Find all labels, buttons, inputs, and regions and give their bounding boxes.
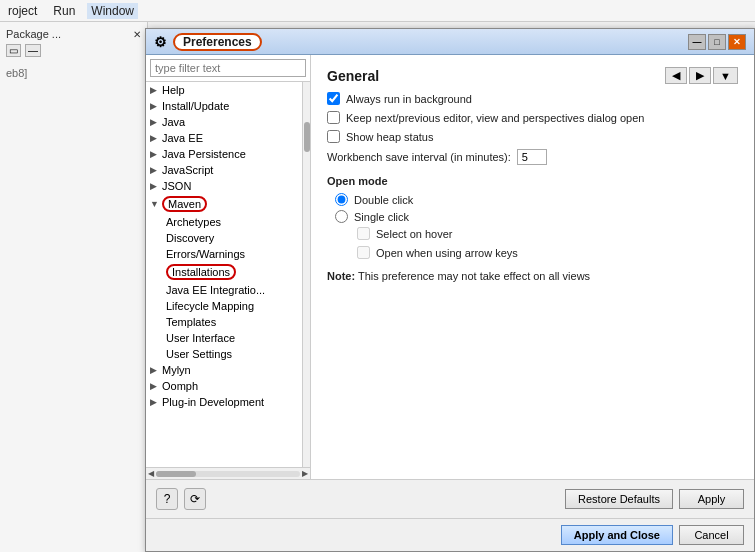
always-run-label: Always run in background bbox=[346, 93, 472, 105]
bottom-icons: ? ⟳ bbox=[156, 488, 206, 510]
menu-window[interactable]: Window bbox=[87, 3, 138, 19]
left-area-text: eb8] bbox=[2, 63, 145, 83]
hscroll-track bbox=[156, 471, 300, 477]
dialog-bottom: ? ⟳ Restore Defaults Apply bbox=[146, 479, 754, 518]
workbench-interval-input[interactable] bbox=[517, 149, 547, 165]
preferences-dialog: ⚙ Preferences — □ ✕ ▶ Help ▶ Install/ bbox=[145, 28, 755, 552]
select-hover-checkbox[interactable] bbox=[357, 227, 370, 240]
collapse-icon: ▭ bbox=[6, 44, 21, 57]
dialog-body: ▶ Help ▶ Install/Update ▶ Java ▶ Java EE… bbox=[146, 55, 754, 479]
arrow-icon: ▶ bbox=[150, 85, 160, 95]
arrow-icon: ▶ bbox=[150, 365, 160, 375]
arrow-icon: ▶ bbox=[150, 149, 160, 159]
tree-item-templates[interactable]: Templates bbox=[146, 314, 310, 330]
checkbox-select-hover: Select on hover bbox=[357, 227, 738, 240]
radio-double-click: Double click bbox=[327, 193, 738, 206]
nav-menu-button[interactable]: ▼ bbox=[713, 67, 738, 84]
package-header: Package ... ✕ bbox=[2, 26, 145, 42]
scrollbar-thumb bbox=[304, 122, 310, 152]
tree-item-maven[interactable]: ▼ Maven bbox=[146, 194, 310, 214]
tree-item-install[interactable]: ▶ Install/Update bbox=[146, 98, 310, 114]
tree-item-javaee[interactable]: ▶ Java EE bbox=[146, 130, 310, 146]
menu-run[interactable]: Run bbox=[49, 3, 79, 19]
minimize-icon: — bbox=[25, 44, 41, 57]
restore-defaults-button[interactable]: Restore Defaults bbox=[565, 489, 673, 509]
hscroll-right[interactable]: ▶ bbox=[302, 469, 308, 478]
content-title: General bbox=[327, 68, 379, 84]
back-button[interactable]: ◀ bbox=[665, 67, 687, 84]
show-heap-label: Show heap status bbox=[346, 131, 433, 143]
tree-filter-input[interactable] bbox=[150, 59, 306, 77]
arrow-icon: ▶ bbox=[150, 101, 160, 111]
arrow-icon: ▶ bbox=[150, 133, 160, 143]
tree-item-javascript[interactable]: ▶ JavaScript bbox=[146, 162, 310, 178]
note-content: This preference may not take effect on a… bbox=[358, 270, 590, 282]
tree-item-java[interactable]: ▶ Java bbox=[146, 114, 310, 130]
tree-item-javaee-integration[interactable]: Java EE Integratio... bbox=[146, 282, 310, 298]
single-click-radio[interactable] bbox=[335, 210, 348, 223]
bottom-actions: Restore Defaults Apply bbox=[565, 489, 744, 509]
checkbox-show-heap: Show heap status bbox=[327, 130, 738, 143]
checkbox-keep-editor: Keep next/previous editor, view and pers… bbox=[327, 111, 738, 124]
tree-scrollbar[interactable] bbox=[302, 82, 310, 467]
single-click-label: Single click bbox=[354, 211, 409, 223]
tree-item-errors[interactable]: Errors/Warnings bbox=[146, 246, 310, 262]
tree-item-installations[interactable]: Installations bbox=[146, 262, 310, 282]
double-click-radio[interactable] bbox=[335, 193, 348, 206]
close-button[interactable]: ✕ bbox=[728, 34, 746, 50]
keep-editor-label: Keep next/previous editor, view and pers… bbox=[346, 112, 644, 124]
tree-item-plugin[interactable]: ▶ Plug-in Development bbox=[146, 394, 310, 410]
tree-item-javapersistence[interactable]: ▶ Java Persistence bbox=[146, 146, 310, 162]
hscroll-thumb bbox=[156, 471, 196, 477]
tree-filter-area bbox=[146, 55, 310, 82]
workbench-interval-row: Workbench save interval (in minutes): bbox=[327, 149, 738, 165]
menu-project[interactable]: roject bbox=[4, 3, 41, 19]
tree-item-archetypes[interactable]: Archetypes bbox=[146, 214, 310, 230]
radio-single-click: Single click bbox=[327, 210, 738, 223]
note-text: Note: This preference may not take effec… bbox=[327, 269, 738, 284]
open-arrow-checkbox[interactable] bbox=[357, 246, 370, 259]
arrow-icon: ▼ bbox=[150, 199, 160, 209]
arrow-icon: ▶ bbox=[150, 165, 160, 175]
cancel-button[interactable]: Cancel bbox=[679, 525, 744, 545]
title-controls: — □ ✕ bbox=[688, 34, 746, 50]
arrow-icon: ▶ bbox=[150, 117, 160, 127]
open-arrow-label: Open when using arrow keys bbox=[376, 247, 518, 259]
always-run-checkbox[interactable] bbox=[327, 92, 340, 105]
maximize-button[interactable]: □ bbox=[708, 34, 726, 50]
hscroll-left[interactable]: ◀ bbox=[148, 469, 154, 478]
arrow-icon: ▶ bbox=[150, 381, 160, 391]
tree-item-oomph[interactable]: ▶ Oomph bbox=[146, 378, 310, 394]
preferences-icon: ⚙ bbox=[154, 34, 167, 50]
tree-item-user-settings[interactable]: User Settings bbox=[146, 346, 310, 362]
tree-content: ▶ Help ▶ Install/Update ▶ Java ▶ Java EE… bbox=[146, 82, 310, 467]
tree-item-mylyn[interactable]: ▶ Mylyn bbox=[146, 362, 310, 378]
minimize-button[interactable]: — bbox=[688, 34, 706, 50]
arrow-icon: ▶ bbox=[150, 397, 160, 407]
help-button[interactable]: ? bbox=[156, 488, 178, 510]
tree-item-lifecycle[interactable]: Lifecycle Mapping bbox=[146, 298, 310, 314]
forward-button[interactable]: ▶ bbox=[689, 67, 711, 84]
keep-editor-checkbox[interactable] bbox=[327, 111, 340, 124]
checkbox-always-run: Always run in background bbox=[327, 92, 738, 105]
dialog-title-text: Preferences bbox=[173, 33, 262, 51]
workbench-label: Workbench save interval (in minutes): bbox=[327, 151, 511, 163]
note-bold: Note: bbox=[327, 270, 355, 282]
checkbox-open-arrow: Open when using arrow keys bbox=[357, 246, 738, 259]
tree-item-help[interactable]: ▶ Help bbox=[146, 82, 310, 98]
content-panel: General ◀ ▶ ▼ Always run in background K… bbox=[311, 55, 754, 479]
tree-hscroll[interactable]: ◀ ▶ bbox=[146, 467, 310, 479]
select-hover-label: Select on hover bbox=[376, 228, 452, 240]
tree-item-user-interface[interactable]: User Interface bbox=[146, 330, 310, 346]
show-heap-checkbox[interactable] bbox=[327, 130, 340, 143]
preferences-link-button[interactable]: ⟳ bbox=[184, 488, 206, 510]
apply-and-close-button[interactable]: Apply and Close bbox=[561, 525, 673, 545]
apply-button[interactable]: Apply bbox=[679, 489, 744, 509]
double-click-label: Double click bbox=[354, 194, 413, 206]
close-icon[interactable]: ✕ bbox=[133, 29, 141, 40]
tree-item-discovery[interactable]: Discovery bbox=[146, 230, 310, 246]
open-mode-label: Open mode bbox=[327, 175, 738, 187]
dialog-title-bar: ⚙ Preferences — □ ✕ bbox=[146, 29, 754, 55]
tree-item-json[interactable]: ▶ JSON bbox=[146, 178, 310, 194]
arrow-icon: ▶ bbox=[150, 181, 160, 191]
